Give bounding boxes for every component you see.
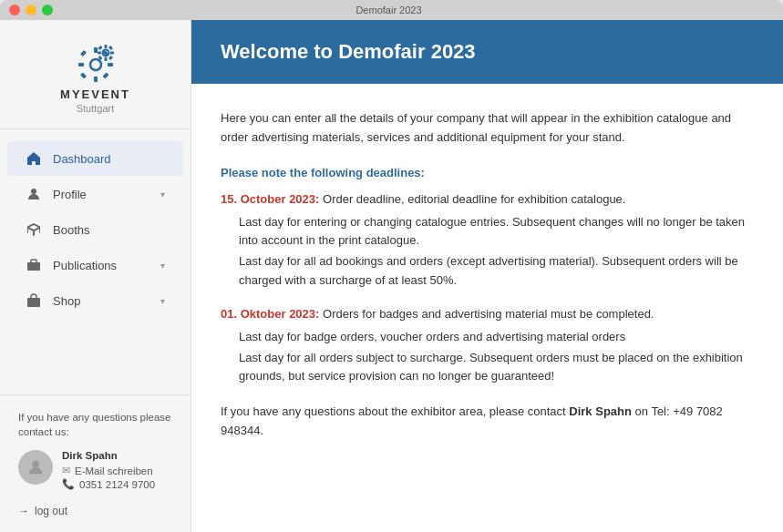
deadline-items-2: Last day for badge orders, voucher order… [239,328,754,386]
deadline-item-1-0: Last day for entering or changing catalo… [239,213,754,251]
svg-point-18 [31,189,36,194]
sidebar-item-publications[interactable]: Publications ▾ [7,248,183,282]
svg-rect-15 [108,46,113,50]
contact-name: Dirk Spahn [62,450,155,461]
deadline-items-1: Last day for entering or changing catalo… [239,213,754,291]
svg-rect-19 [27,262,40,271]
sidebar-item-profile-label: Profile [53,188,149,201]
footer-question: If you have any questions please contact… [18,410,172,439]
deadline-intro: Please note the following deadlines: [221,166,754,179]
contact-email-label: E-Mail schreiben [75,466,153,476]
brand-name: MYEVENT [60,87,130,101]
contact-phone-row[interactable]: 📞 0351 2124 9700 [62,478,155,490]
sidebar: MYEVENT Stuttgart Dashboard Profile ▾ [0,20,191,532]
chevron-down-icon-shop: ▾ [160,296,165,306]
sidebar-item-publications-label: Publications [53,259,149,272]
svg-rect-13 [110,52,114,55]
deadline-date-2: 01. Oktober 2023: [221,307,319,321]
person-icon [26,186,42,202]
window-title: Demofair 2023 [4,5,774,15]
sidebar-item-profile[interactable]: Profile ▾ [7,177,183,211]
contact-email-row[interactable]: ✉ E-Mail schreiben [62,465,155,476]
deadline-date-1: 15. October 2023: [221,192,319,206]
svg-rect-3 [78,63,84,66]
deadline-block-2: 01. Oktober 2023: Orders for badges and … [221,307,754,386]
svg-point-0 [90,59,101,70]
svg-rect-5 [79,50,86,56]
logout-label: log out [35,505,67,517]
sidebar-item-dashboard-label: Dashboard [53,152,165,166]
main-header: Welcome to Demofair 2023 [191,20,783,84]
svg-rect-11 [104,57,107,61]
contact-name-inline: Dirk Spahn [569,404,632,418]
svg-rect-14 [98,46,102,50]
deadline-item-1-1: Last day for all ad bookings and orders … [239,252,754,291]
email-icon: ✉ [62,465,70,476]
svg-rect-20 [27,298,40,307]
svg-rect-1 [94,47,98,53]
intro-text: Here you can enter all the details of yo… [221,109,754,148]
sidebar-item-shop[interactable]: Shop ▾ [7,283,183,318]
avatar [18,450,53,485]
svg-rect-7 [79,72,86,78]
cube-icon [26,221,42,238]
svg-rect-4 [108,63,113,66]
sidebar-item-dashboard[interactable]: Dashboard [7,141,183,176]
logout-button[interactable]: → log out [18,505,172,517]
sidebar-item-shop-label: Shop [53,294,149,308]
deadline-item-2-1: Last day for all orders subject to surch… [239,349,754,387]
brand-logo [71,42,120,82]
brand-subtitle: Stuttgart [77,103,115,114]
contact-info: Dirk Spahn ✉ E-Mail schreiben 📞 0351 212… [62,450,155,492]
logout-arrow-icon: → [18,505,29,517]
contact-phone: 0351 2124 9700 [79,479,155,490]
sidebar-item-booths-label: Booths [53,223,165,237]
svg-rect-12 [98,52,101,55]
sidebar-footer: If you have any questions please contact… [0,394,191,532]
page-title: Welcome to Demofair 2023 [221,40,754,64]
briefcase-icon [26,257,42,273]
home-icon [26,150,42,167]
svg-rect-17 [108,56,113,60]
brand-area: MYEVENT Stuttgart [0,20,191,129]
svg-rect-8 [102,72,108,78]
svg-rect-2 [94,77,98,82]
deadline-item-2-0: Last day for badge orders, voucher order… [239,328,754,347]
contact-footer-text: If you have any questions about the exhi… [221,403,754,441]
phone-icon: 📞 [62,478,75,490]
contact-card: Dirk Spahn ✉ E-Mail schreiben 📞 0351 212… [18,450,172,492]
svg-rect-10 [104,45,107,48]
chevron-down-icon: ▾ [160,189,165,200]
bag-icon [26,292,42,309]
main-content: Welcome to Demofair 2023 Here you can en… [191,20,783,532]
sidebar-nav: Dashboard Profile ▾ Booths [0,129,191,394]
main-body: Here you can enter all the details of yo… [191,84,783,532]
sidebar-item-booths[interactable]: Booths [7,212,183,247]
chevron-down-icon-publications: ▾ [160,261,165,271]
deadline-desc-1: Order deadline, editorial deadline for e… [323,192,625,206]
deadline-block-1: 15. October 2023: Order deadline, editor… [221,192,754,291]
deadline-desc-2: Orders for badges and advertising materi… [323,307,654,321]
svg-point-21 [32,461,38,467]
